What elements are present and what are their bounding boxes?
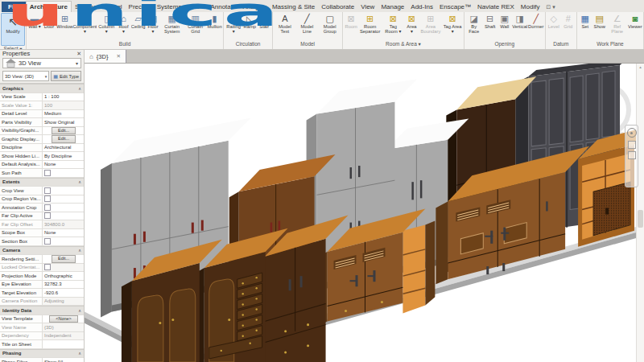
tab-insert[interactable]: Insert <box>184 2 207 12</box>
tool-curtain-system[interactable]: ▦Curtain System <box>160 13 184 35</box>
tab-structure[interactable]: Structure <box>72 2 104 12</box>
checkbox-section-box[interactable] <box>44 238 51 245</box>
property-value[interactable]: Edit... <box>42 127 84 135</box>
tool-tag-room[interactable]: ⊠Tag Room ▾ <box>382 13 404 35</box>
tool-mullion[interactable]: ▮Mullion <box>207 13 222 29</box>
property-value[interactable] <box>42 169 84 177</box>
collapse-icon[interactable]: ∧ <box>78 308 81 313</box>
tab-view[interactable]: View <box>357 2 378 12</box>
navigation-bar[interactable] <box>625 125 638 187</box>
property-value[interactable] <box>42 195 84 204</box>
property-button-graphic-display[interactable]: Edit... <box>52 135 76 143</box>
tab-architecture[interactable]: Architecture <box>26 1 72 12</box>
section-camera[interactable]: Camera∧ <box>0 246 84 256</box>
scroll-up-icon[interactable]: ▴ <box>637 64 644 70</box>
edit-type-button[interactable]: ▦ Edit Type <box>51 71 81 81</box>
tool-model-group[interactable]: ▢Model Group <box>318 13 341 35</box>
property-value[interactable]: <None> <box>42 315 84 323</box>
ribbon-display-options-icon[interactable]: ⊡ ▾ <box>543 2 558 12</box>
tool-component[interactable]: ▣Component ▾ <box>73 13 97 35</box>
tool-vertical[interactable]: ◨Vertical <box>512 13 528 29</box>
tool-window[interactable]: ⊞Window <box>56 13 73 29</box>
zoom-icon[interactable] <box>628 141 636 149</box>
property-value[interactable]: Show All <box>42 358 84 362</box>
steering-wheel-icon[interactable] <box>627 128 637 138</box>
property-value[interactable] <box>42 237 84 245</box>
tool-door[interactable]: ◫Door <box>42 13 56 29</box>
property-value[interactable] <box>42 204 84 212</box>
tool-viewer[interactable]: ◙Viewer <box>628 13 642 29</box>
viewport-scrollbar[interactable]: ▴ <box>636 64 644 362</box>
tool-tag-area[interactable]: ⊠Tag Area ▾ <box>442 13 462 35</box>
checkbox-sun-path[interactable] <box>44 170 51 176</box>
tab-steel[interactable]: Steel <box>104 2 125 12</box>
collapse-icon[interactable]: ∧ <box>78 86 81 91</box>
tool-modify[interactable]: ↖Modify <box>1 13 25 46</box>
property-value[interactable]: 32782.3 <box>42 281 84 289</box>
property-value[interactable]: Architectural <box>42 144 84 152</box>
tab-collaborate[interactable]: Collaborate <box>318 2 357 12</box>
collapse-icon[interactable]: ∧ <box>78 351 81 356</box>
tab-precast[interactable]: Precast <box>126 2 154 12</box>
tool-ceiling[interactable]: ▱Ceiling <box>131 13 146 29</box>
property-value[interactable]: Edit... <box>42 255 84 263</box>
section-phasing[interactable]: Phasing∧ <box>0 349 84 359</box>
collapse-icon[interactable]: ∧ <box>78 179 81 184</box>
tool-floor[interactable]: ▤Floor ▾ <box>146 13 160 35</box>
property-value[interactable]: Orthographic <box>42 272 84 280</box>
tool-set[interactable]: ▦Set <box>578 13 592 29</box>
tool-ramp[interactable]: ◺Ramp <box>242 13 257 29</box>
property-button-view-template[interactable]: <None> <box>49 315 78 323</box>
checkbox-annotation-crop[interactable] <box>44 204 51 211</box>
properties-close-icon[interactable]: ✕ <box>76 51 81 57</box>
view-selector-combo[interactable]: 3D View: {3D} ▾ <box>2 71 49 81</box>
tab-annotate[interactable]: Annotate <box>207 2 239 12</box>
tool-roof[interactable]: ⌂Roof ▾ <box>117 13 131 35</box>
tab-modify[interactable]: Modify <box>518 2 543 12</box>
tool-wall[interactable]: ▬Wall ▾ <box>27 13 42 29</box>
property-button-visibility-graphi[interactable]: Edit... <box>52 127 76 135</box>
property-value[interactable]: 1 : 100 <box>42 93 84 101</box>
tool-stair[interactable]: ▙Stair <box>257 13 271 29</box>
tool-railing[interactable]: ≣Railing ▾ <box>225 13 242 35</box>
tab-add-ins[interactable]: Add-Ins <box>407 2 436 12</box>
property-button-rendering-setti[interactable]: Edit... <box>52 255 76 263</box>
property-value[interactable]: By Discipline <box>42 152 84 160</box>
property-value[interactable] <box>42 187 84 195</box>
viewport-3d[interactable]: ▴ <box>85 64 644 362</box>
tool-show[interactable]: ▤Show <box>592 13 607 29</box>
view-tab-3d[interactable]: ⌂ {3D} ✕ <box>85 50 126 63</box>
property-value[interactable]: None <box>42 161 84 169</box>
type-selector[interactable]: 3D View ▾ <box>2 58 81 68</box>
property-value[interactable]: None <box>42 229 84 237</box>
tool-dormer[interactable]: ╱Dormer <box>528 13 544 29</box>
tool-by-face[interactable]: ◪By Face <box>465 13 483 35</box>
tool-model-line[interactable]: ╱Model Line <box>296 13 319 35</box>
section-extents[interactable]: Extents∧ <box>0 178 84 187</box>
tab-systems[interactable]: Systems <box>154 2 185 12</box>
tab-enscape[interactable]: Enscape™ <box>436 2 474 12</box>
section-identity-data[interactable]: Identity Data∧ <box>0 306 84 315</box>
collapse-icon[interactable]: ∧ <box>78 248 81 253</box>
pan-icon[interactable] <box>628 151 636 159</box>
tool-shaft[interactable]: ⊟Shaft <box>483 13 497 29</box>
checkbox-crop-view[interactable] <box>44 187 51 194</box>
tool-area[interactable]: ⊠Area ▾ <box>404 13 419 35</box>
scrollbar-thumb[interactable] <box>638 210 643 228</box>
property-value[interactable]: Edit... <box>42 135 84 143</box>
property-value[interactable] <box>42 212 84 220</box>
tab-manage[interactable]: Manage <box>378 2 407 12</box>
tab-file[interactable]: File <box>2 2 26 12</box>
checkbox-far-clip-active[interactable] <box>44 212 51 219</box>
view-tab-close-icon[interactable]: ✕ <box>116 53 120 60</box>
tool-room-separator[interactable]: ⊞Room Separator <box>358 13 382 35</box>
property-value[interactable]: -920.6 <box>42 289 84 297</box>
property-value[interactable]: Medium <box>42 110 84 118</box>
tool-curtain-grid[interactable]: ▥Curtain Grid <box>184 13 207 35</box>
property-value[interactable]: Show Original <box>42 118 84 126</box>
tab-analyze[interactable]: Analyze <box>239 2 268 12</box>
section-graphics[interactable]: Graphics∧ <box>0 84 84 93</box>
tool-column[interactable]: ▯Column ▾ <box>97 13 117 35</box>
tool-model-text[interactable]: AModel Text <box>274 13 295 35</box>
tool-wall[interactable]: ▣Wall <box>497 13 512 29</box>
